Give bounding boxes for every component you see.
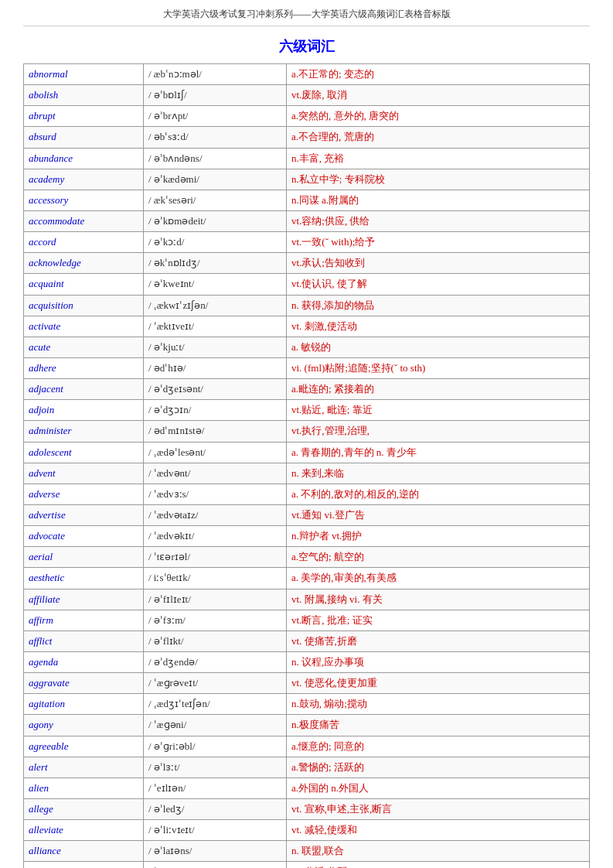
phonetic-cell: / ˈædvənt/ — [144, 463, 287, 484]
phonetic-cell: / əˈlaɪəns/ — [144, 841, 287, 862]
word-cell: allege — [24, 798, 144, 819]
table-row: alliance/ əˈlaɪəns/n. 联盟,联合 — [24, 841, 590, 862]
phonetic-cell: / əˈlɜːt/ — [144, 757, 287, 777]
word-cell: absurd — [24, 127, 144, 148]
table-row: acute/ əˈkjuːt/a. 敏锐的 — [24, 337, 590, 357]
definition-cell: vt.断言, 批准; 证实 — [287, 610, 590, 630]
phonetic-cell: / əˈkweɪnt/ — [144, 274, 287, 295]
phonetic-cell: / ˈæktɪveɪt/ — [144, 316, 287, 337]
word-cell: accord — [24, 232, 144, 253]
word-cell: alert — [24, 757, 144, 777]
table-row: agitation/ ˌædʒɪˈteɪʃən/n.鼓动, 煽动;搅动 — [24, 694, 590, 715]
phonetic-cell: / əˈkɒmədeit/ — [144, 210, 287, 231]
word-cell: accessory — [24, 190, 144, 210]
definition-cell: n. 议程,应办事项 — [287, 651, 590, 672]
definition-cell: vt.贴近, 毗连; 靠近 — [287, 400, 590, 421]
table-row: abnormal/ æbˈnɔːməl/a.不正常的; 变态的 — [24, 64, 590, 85]
definition-cell: vt. 刺激,使活动 — [287, 316, 590, 337]
definition-cell: a. 敏锐的 — [287, 337, 590, 357]
phonetic-cell: / əˈkjuːt/ — [144, 337, 287, 357]
word-cell: acquisition — [24, 295, 144, 316]
word-cell: abrupt — [24, 106, 144, 127]
definition-cell: vt. 宣称,申述,主张,断言 — [287, 798, 590, 819]
table-row: adverse/ ˈædvɜːs/a. 不利的,敌对的,相反的,逆的 — [24, 484, 590, 504]
word-cell: acute — [24, 337, 144, 357]
word-cell: affirm — [24, 610, 144, 630]
page-title: 六级词汇 — [0, 26, 613, 63]
definition-cell: n.私立中学; 专科院校 — [287, 169, 590, 190]
word-cell: acknowledge — [24, 253, 144, 274]
word-cell: agreeable — [24, 736, 144, 757]
definition-cell: n.同谋 a.附属的 — [287, 190, 590, 210]
phonetic-cell: / əˈdʒeɪsənt/ — [144, 379, 287, 400]
word-cell: aesthetic — [24, 568, 144, 589]
word-cell: abnormal — [24, 64, 144, 85]
phonetic-cell: / əˈdʒɔɪn/ — [144, 400, 287, 421]
word-cell: adverse — [24, 484, 144, 504]
phonetic-cell: / ˈædvəkɪt/ — [144, 526, 287, 547]
table-row: abolish/ əˈbɒlɪʃ/vt.废除, 取消 — [24, 85, 590, 106]
phonetic-cell: / ədˈmɪnɪstə/ — [144, 421, 287, 442]
table-row: advertise/ ˈædvətaɪz/vt.通知 vi.登广告 — [24, 504, 590, 525]
definition-cell: vt.执行,管理,治理, — [287, 421, 590, 442]
phonetic-cell: / əˈbɒlɪʃ/ — [144, 85, 287, 106]
word-cell: allocate — [24, 862, 144, 868]
definition-cell: n. 来到,来临 — [287, 463, 590, 484]
word-cell: advertise — [24, 504, 144, 525]
phonetic-cell: / æbˈnɔːməl/ — [144, 64, 287, 85]
definition-cell: vi. (fml)粘附;追随;坚持(˘ to sth) — [287, 357, 590, 378]
word-cell: activate — [24, 316, 144, 337]
table-row: accessory/ ækˈsesəri/n.同谋 a.附属的 — [24, 190, 590, 210]
definition-cell: a.外国的 n.外国人 — [287, 777, 590, 798]
phonetic-cell: / əˈbrʌpt/ — [144, 106, 287, 127]
definition-cell: vt.一致(˘ with);给予 — [287, 232, 590, 253]
phonetic-cell: / ˌædʒɪˈteɪʃən/ — [144, 694, 287, 715]
word-cell: affiliate — [24, 589, 144, 610]
phonetic-cell: / ækˈsesəri/ — [144, 190, 287, 210]
word-cell: alien — [24, 777, 144, 798]
definition-cell: vt. 附属,接纳 vi. 有关 — [287, 589, 590, 610]
word-cell: administer — [24, 421, 144, 442]
word-cell: abundance — [24, 148, 144, 169]
table-row: acknowledge/ əkˈnɒlɪdʒ/vt.承认;告知收到 — [24, 253, 590, 274]
phonetic-cell: / əˈflɪkt/ — [144, 630, 287, 651]
definition-cell: n. 联盟,联合 — [287, 841, 590, 862]
table-row: administer/ ədˈmɪnɪstə/vt.执行,管理,治理, — [24, 421, 590, 442]
definition-cell: n.极度痛苦 — [287, 715, 590, 736]
definition-cell: a.突然的, 意外的, 唐突的 — [287, 106, 590, 127]
definition-cell: a.空气的; 航空的 — [287, 547, 590, 568]
phonetic-cell: / ˈædvɜːs/ — [144, 484, 287, 504]
definition-cell: a.惬意的; 同意的 — [287, 736, 590, 757]
phonetic-cell: / ˈtɛərɪəl/ — [144, 547, 287, 568]
phonetic-cell: / əˈkɔːd/ — [144, 232, 287, 253]
definition-cell: vt.容纳;供应, 供给 — [287, 210, 590, 231]
phonetic-cell: / əbˈsɜːd/ — [144, 127, 287, 148]
word-cell: advent — [24, 463, 144, 484]
table-row: activate/ ˈæktɪveɪt/vt. 刺激,使活动 — [24, 316, 590, 337]
vocab-table: abnormal/ æbˈnɔːməl/a.不正常的; 变态的abolish/ … — [23, 63, 590, 868]
definition-cell: n.丰富, 充裕 — [287, 148, 590, 169]
word-cell: academy — [24, 169, 144, 190]
table-row: academy/ əˈkædəmi/n.私立中学; 专科院校 — [24, 169, 590, 190]
phonetic-cell: / əˈdʒendə/ — [144, 651, 287, 672]
phonetic-cell: / əˈliːvɪeɪt/ — [144, 820, 287, 841]
table-row: alert/ əˈlɜːt/a.警惕的; 活跃的 — [24, 757, 590, 777]
word-cell: abolish — [24, 85, 144, 106]
table-row: adolescent/ ˌædəˈlesənt/a. 青春期的,青年的 n. 青… — [24, 442, 590, 463]
definition-cell: n. 获得,添加的物品 — [287, 295, 590, 316]
phonetic-cell: / ˌækwɪˈzɪʃən/ — [144, 295, 287, 316]
page-header: 大学英语六级考试复习冲刺系列——大学英语六级高频词汇表格音标版 — [23, 0, 590, 26]
definition-cell: n.辩护者 vt.拥护 — [287, 526, 590, 547]
word-cell: agenda — [24, 651, 144, 672]
phonetic-cell: / əˈbʌndəns/ — [144, 148, 287, 169]
table-row: affiliate/ əˈfɪlɪeɪt/vt. 附属,接纳 vi. 有关 — [24, 589, 590, 610]
definition-cell: vt.承认;告知收到 — [287, 253, 590, 274]
table-row: allocate/ ˈæləkeɪt/vt. 分派,分配 — [24, 862, 590, 868]
definition-cell: a. 美学的,审美的,有美感 — [287, 568, 590, 589]
table-row: alleviate/ əˈliːvɪeɪt/vt. 减轻,使缓和 — [24, 820, 590, 841]
word-cell: advocate — [24, 526, 144, 547]
table-row: adjacent/ əˈdʒeɪsənt/a.毗连的; 紧接着的 — [24, 379, 590, 400]
table-row: advocate/ ˈædvəkɪt/n.辩护者 vt.拥护 — [24, 526, 590, 547]
table-row: aggravate/ ˈæɡrəveɪt/vt. 使恶化,使更加重 — [24, 673, 590, 694]
table-row: agenda/ əˈdʒendə/n. 议程,应办事项 — [24, 651, 590, 672]
